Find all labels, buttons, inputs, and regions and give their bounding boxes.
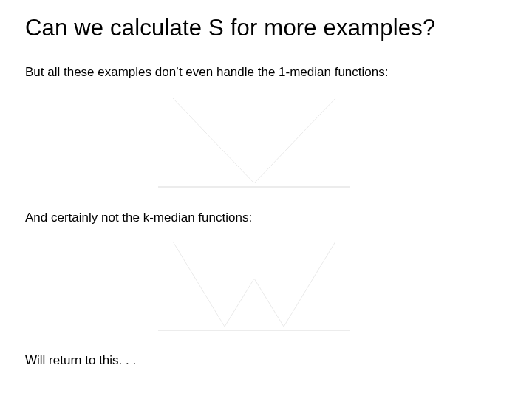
w-plot-icon	[158, 238, 350, 334]
figure-1-median	[158, 95, 350, 191]
slide-title: Can we calculate S for more examples?	[25, 15, 513, 41]
body-line-1: But all these examples don’t even handle…	[25, 65, 388, 80]
slide: Can we calculate S for more examples? Bu…	[0, 0, 532, 399]
v-plot-icon	[158, 95, 350, 191]
figure-k-median	[158, 238, 350, 334]
body-line-2: And certainly not the k-median functions…	[25, 211, 252, 225]
body-line-3: Will return to this. . .	[25, 353, 136, 368]
